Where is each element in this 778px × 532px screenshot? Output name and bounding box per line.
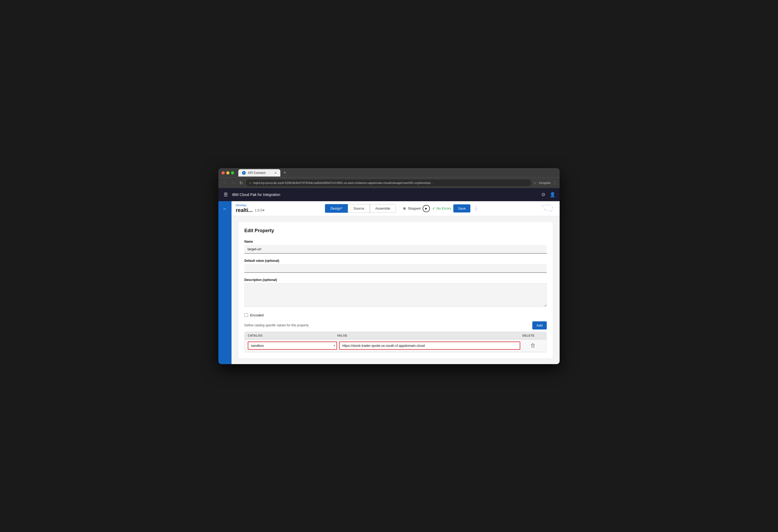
decorative-network: [540, 203, 555, 214]
traffic-lights: [222, 171, 234, 174]
api-name: realti...: [236, 207, 252, 213]
version-dropdown[interactable]: 1.0.0 ▾: [255, 208, 264, 212]
api-header-left: Develop realti... 1.0.0 ▾: [236, 203, 264, 213]
svg-line-5: [542, 205, 548, 206]
name-group: Name: [244, 240, 547, 254]
catalog-section: Define catalog specific values for this …: [244, 321, 547, 352]
encoded-row: Encoded: [244, 313, 547, 317]
nav-reload-btn[interactable]: ↻: [238, 179, 244, 186]
default-value-input[interactable]: [244, 264, 547, 273]
check-circle-icon: ✓: [432, 206, 436, 211]
status-area: Stopped ▶ ✓ No Errors Save ⋮: [403, 204, 480, 212]
maximize-traffic-light[interactable]: [231, 171, 234, 174]
col-delete: DELETE: [522, 334, 543, 337]
form-outer: Edit Property Name Default value (option…: [232, 216, 560, 364]
sidebar-back-btn[interactable]: ←: [220, 204, 230, 214]
value-input[interactable]: [339, 342, 520, 350]
browser-tab-active[interactable]: A API Connect ×: [238, 169, 280, 177]
tab-assemble[interactable]: Assemble: [370, 204, 396, 213]
main-layout: ← Develop realti... 1.0.0 ▾: [218, 201, 560, 364]
define-label: Define catalog specific values for this …: [244, 324, 309, 327]
status-label: Stopped: [408, 206, 420, 210]
api-info: Develop realti... 1.0.0 ▾: [236, 203, 264, 213]
app-wrapper: ☰ IBM Cloud Pak for Integration ⚙ 👤 ← De…: [218, 188, 560, 364]
table-row: sandbox ▾: [245, 340, 546, 352]
form-card: Edit Property Name Default value (option…: [238, 221, 553, 359]
tab-favicon: A: [242, 171, 246, 175]
version-caret-icon: ▾: [263, 208, 264, 212]
tab-title: API Connect: [248, 171, 265, 175]
sidebar: ←: [218, 201, 232, 364]
tab-design[interactable]: Design*: [325, 204, 348, 213]
trash-icon: [531, 343, 535, 348]
delete-btn[interactable]: [522, 343, 543, 348]
svg-line-9: [545, 210, 551, 211]
col-catalog: CATALOG: [248, 334, 337, 337]
settings-icon[interactable]: ⚙: [541, 192, 545, 197]
address-bar[interactable]: ⚠ mgmt.icp-proxy.djc-icp4i-5290c8c8e5797…: [246, 179, 531, 186]
lock-icon: ⚠: [249, 182, 251, 184]
app-title: IBM Cloud Pak for Integration: [232, 192, 280, 197]
breadcrumb[interactable]: Develop: [236, 203, 264, 207]
col-value: VALUE: [337, 334, 522, 337]
content-area: Develop realti... 1.0.0 ▾ Design*: [232, 201, 560, 364]
nav-forward-btn[interactable]: →: [230, 179, 236, 186]
default-value-group: Default value (optional): [244, 259, 547, 273]
api-name-row: realti... 1.0.0 ▾: [236, 207, 264, 213]
name-input[interactable]: [244, 245, 547, 254]
api-tab-bar: Design* Source Assemble: [325, 204, 396, 213]
catalog-select[interactable]: sandbox: [248, 342, 337, 350]
top-nav: ☰ IBM Cloud Pak for Integration ⚙ 👤: [218, 188, 560, 201]
svg-line-8: [551, 207, 553, 211]
bookmark-btn[interactable]: ☆: [533, 181, 537, 185]
play-btn[interactable]: ▶: [422, 205, 430, 212]
hamburger-btn[interactable]: ☰: [223, 191, 229, 199]
browser-toolbar: ← → ↻ ⚠ mgmt.icp-proxy.djc-icp4i-5290c8c…: [218, 178, 560, 188]
close-traffic-light[interactable]: [222, 171, 225, 174]
browser-actions: ☆ Incognito ⋮: [533, 181, 556, 185]
api-header: Develop realti... 1.0.0 ▾ Design*: [232, 201, 560, 216]
save-btn[interactable]: Save: [453, 204, 471, 212]
catalog-header-row: Define catalog specific values for this …: [244, 321, 547, 330]
name-label: Name: [244, 240, 547, 244]
svg-line-6: [548, 205, 553, 207]
no-errors-label: No Errors: [437, 206, 451, 210]
no-errors-badge: ✓ No Errors: [432, 206, 451, 211]
description-group: Description (optional): [244, 278, 547, 308]
catalog-table: CATALOG VALUE DELETE sandbox: [244, 332, 547, 352]
tab-close-btn[interactable]: ×: [275, 171, 277, 175]
description-textarea[interactable]: [244, 283, 547, 307]
browser-titlebar: A API Connect × +: [218, 168, 560, 178]
api-version: 1.0.0: [255, 208, 262, 212]
svg-line-7: [542, 206, 545, 210]
status-dot: [403, 207, 406, 210]
address-text: mgmt.icp-proxy.djc-icp4i-5290c8c8e579792…: [253, 181, 433, 184]
catalog-select-wrapper: sandbox ▾: [248, 342, 337, 350]
add-btn[interactable]: Add: [532, 321, 547, 330]
form-title: Edit Property: [244, 228, 547, 234]
encoded-label: Encoded: [250, 313, 263, 317]
browser-tabs: A API Connect × +: [238, 169, 556, 177]
incognito-label: Incognito: [539, 181, 551, 184]
more-options-btn[interactable]: ⋮: [472, 205, 479, 212]
minimize-traffic-light[interactable]: [226, 171, 229, 174]
default-value-label: Default value (optional): [244, 259, 547, 263]
encoded-checkbox[interactable]: [244, 313, 248, 317]
description-label: Description (optional): [244, 278, 547, 282]
new-tab-btn[interactable]: +: [282, 170, 289, 176]
tab-source[interactable]: Source: [348, 204, 370, 213]
nav-back-btn[interactable]: ←: [222, 179, 228, 186]
user-icon[interactable]: 👤: [550, 192, 555, 197]
browser-more-btn[interactable]: ⋮: [553, 181, 556, 185]
table-header: CATALOG VALUE DELETE: [245, 332, 546, 340]
